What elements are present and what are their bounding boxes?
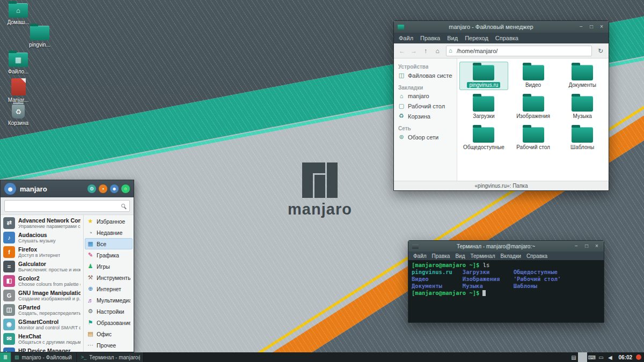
switch-user-icon[interactable]: ☻ xyxy=(110,184,119,193)
taskbar-window-filemanager[interactable]: ▨ manjaro - Файловый мен... xyxy=(11,352,77,362)
app-list-item[interactable]: ◉ GSmartControl Monitor and control SMAR… xyxy=(1,317,83,331)
logout-icon[interactable]: ○ xyxy=(121,184,130,193)
up-icon[interactable]: ↑ xyxy=(420,46,431,56)
menu-item[interactable]: Файл xyxy=(399,35,413,41)
desktop-icon-home[interactable]: ⌂ Домаш... xyxy=(1,3,35,25)
file-item[interactable]: Общедоступные xyxy=(459,124,508,152)
category-item[interactable]: ⋯ Прочее xyxy=(85,339,133,351)
lock-screen-icon[interactable]: ▪ xyxy=(99,184,107,193)
maximize-button[interactable]: □ xyxy=(588,21,595,32)
file-item[interactable]: Загрузки xyxy=(459,93,508,121)
maximize-button[interactable]: □ xyxy=(583,241,590,252)
close-button[interactable]: × xyxy=(598,21,605,32)
desktop-icon-trash[interactable]: ♻ Корзина xyxy=(1,102,35,126)
category-item[interactable]: ★ Избранное xyxy=(85,216,133,227)
menu-item[interactable]: Вкладки xyxy=(501,253,521,259)
close-button[interactable]: × xyxy=(594,241,600,252)
category-item[interactable]: ◔ Недавние xyxy=(85,227,133,238)
file-item[interactable]: Музыка xyxy=(558,93,606,121)
file-item[interactable]: Шаблоны xyxy=(558,124,606,152)
menu-item[interactable]: Правка xyxy=(432,253,450,259)
taskbar-window-terminal[interactable]: >_ Терминал - manjaro@ma... xyxy=(77,352,144,362)
file-item[interactable]: pingvinus.ru xyxy=(459,62,508,90)
app-list-item[interactable]: ⇄ Advanced Network Configur... Управлени… xyxy=(1,216,83,230)
desktop-icon-pingvinus[interactable]: pingvin... xyxy=(23,26,57,48)
category-item[interactable]: ♬ Мультимедиа xyxy=(85,294,133,306)
notes-icon[interactable]: ▤ xyxy=(569,352,578,362)
desktop-icon-manjaro-doc[interactable]: Manjar... xyxy=(1,78,35,103)
minimize-button[interactable]: − xyxy=(578,21,584,32)
app-description: Вычисления: простые и инж... xyxy=(18,267,80,272)
clock[interactable]: 06:02 xyxy=(614,352,636,362)
display-green-icon[interactable] xyxy=(578,352,587,362)
desktop-icon-filesystem[interactable]: ▦ Файло... xyxy=(1,53,35,75)
app-list-item[interactable]: G GNU Image Manipulation Pr... Создание … xyxy=(1,288,83,302)
forward-icon[interactable]: → xyxy=(408,46,419,56)
menu-item[interactable]: Вид xyxy=(447,35,458,41)
category-item[interactable]: ⚒ Инструменты xyxy=(85,272,133,283)
category-label: Образование xyxy=(97,320,130,326)
menu-item[interactable]: Терминал xyxy=(470,253,495,259)
file-item[interactable]: Изображения xyxy=(509,93,558,121)
whisker-actions: ⚙▪☻○ xyxy=(87,184,130,193)
path-input[interactable] xyxy=(446,46,592,56)
category-label: Настройки xyxy=(97,308,125,315)
terminal-output[interactable]: [manjaro@manjaro ~]$ ls pingvinus.ruЗагр… xyxy=(408,260,604,322)
sidebar-item-network-browse[interactable]: ⊚ Обзор сети xyxy=(394,132,457,142)
file-manager-statusbar: «pingvinus.ru»: Папка xyxy=(394,181,609,190)
keyboard-icon[interactable]: ⌨ xyxy=(587,352,596,362)
category-item[interactable]: ✎ Графика xyxy=(85,249,133,261)
minimize-button[interactable]: − xyxy=(573,241,580,252)
app-icon: hp xyxy=(3,348,15,352)
applications-menu-button[interactable]: Ⅲ xyxy=(0,352,11,362)
file-item-label: Изображения xyxy=(514,113,552,119)
window-folder-icon xyxy=(398,25,404,29)
sidebar-item-desktop[interactable]: ▢ Рабочий стол xyxy=(394,101,457,111)
category-item[interactable]: ♟ Игры xyxy=(85,261,133,272)
category-item[interactable]: ⚑ Образование xyxy=(85,317,133,328)
menu-item[interactable]: Справка xyxy=(495,35,518,41)
app-list-item[interactable]: ◫ GParted Создать, перераспределить ... xyxy=(1,302,83,317)
sidebar-item-filesystem[interactable]: ◫ Файловая система xyxy=(394,70,457,80)
sidebar-header-devices: Устройства xyxy=(394,60,457,70)
category-icon: ⚒ xyxy=(87,274,94,281)
file-item[interactable]: Документы xyxy=(558,62,606,90)
app-list-item[interactable]: ♪ Audacious Слушать музыку xyxy=(1,230,83,245)
app-list-item[interactable]: ◧ Gcolor2 Choose colours from palette o.… xyxy=(1,274,83,288)
menu-item[interactable]: Файл xyxy=(413,253,427,259)
menu-item[interactable]: Переход xyxy=(465,35,488,41)
sidebar-item-label: Корзина xyxy=(408,113,430,120)
category-item[interactable]: ▦ Все xyxy=(85,238,133,249)
desktop-icon-image xyxy=(11,78,26,95)
sidebar-item-home[interactable]: ⌂ manjaro xyxy=(394,91,457,101)
file-manager-titlebar[interactable]: manjaro - Файловый менеджер − □ × xyxy=(394,21,609,33)
app-list-item[interactable]: = Galculator Вычисления: простые и инж..… xyxy=(1,259,83,274)
app-list-item[interactable]: ✉ HexChat Общаться с другими людьм... xyxy=(1,331,83,346)
app-list-item[interactable]: hp HP Device Manager View device status,… xyxy=(1,346,83,352)
category-item[interactable]: ⊕ Интернет xyxy=(85,283,133,294)
menu-item[interactable]: Правка xyxy=(420,35,440,41)
app-description: Слушать музыку xyxy=(18,238,56,243)
app-name: Firefox xyxy=(18,246,60,253)
home-icon[interactable]: ⌂ xyxy=(432,46,443,56)
menu-item[interactable]: Вид xyxy=(455,253,465,259)
category-item[interactable]: ▤ Офис xyxy=(85,328,133,339)
volume-icon[interactable]: ◀ xyxy=(605,352,614,362)
category-label: Избранное xyxy=(97,218,125,225)
category-item[interactable]: ⚙ Настройки xyxy=(85,306,133,317)
search-input[interactable] xyxy=(4,200,130,212)
back-icon[interactable]: ← xyxy=(397,46,407,56)
settings-icon[interactable]: ⚙ xyxy=(87,184,96,193)
file-item[interactable]: Видео xyxy=(509,62,558,90)
notification-badge[interactable] xyxy=(636,354,641,360)
terminal-titlebar[interactable]: Терминал - manjaro@manjaro:~ − □ × xyxy=(408,241,604,252)
menu-item[interactable]: Справка xyxy=(526,253,547,259)
sidebar-item-label: Файловая система xyxy=(408,72,452,79)
app-list-item[interactable]: f Firefox Доступ в Интернет xyxy=(1,245,83,259)
monitor-icon[interactable]: ▭ xyxy=(596,352,605,362)
sidebar-item-trash[interactable]: ♻ Корзина xyxy=(394,111,457,121)
app-name: Audacious xyxy=(18,232,56,238)
refresh-icon[interactable]: ↻ xyxy=(595,46,606,56)
sidebar-header-bookmarks: Закладки xyxy=(394,80,457,91)
file-item[interactable]: Рабочий стол xyxy=(509,124,558,152)
